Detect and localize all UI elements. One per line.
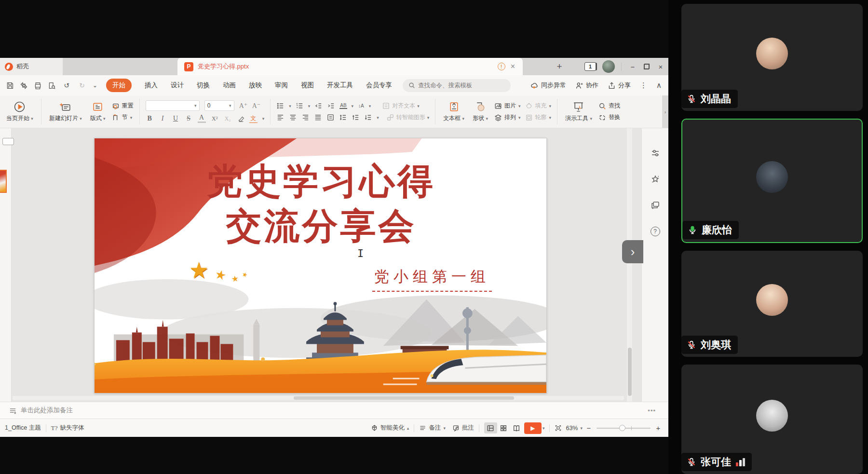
subscript-button[interactable]: X₂ <box>224 115 232 122</box>
menu-tab-insert[interactable]: 插入 <box>145 81 158 90</box>
minimize-button[interactable]: − <box>628 63 637 71</box>
justify-icon[interactable] <box>314 113 322 122</box>
close-button[interactable]: × <box>656 63 665 71</box>
view-sorter-button[interactable] <box>497 422 510 433</box>
clear-format-icon[interactable] <box>237 115 244 122</box>
participant-tile[interactable]: 刘奥琪 <box>681 251 863 357</box>
zoom-percent[interactable]: 63%▾ <box>566 425 583 432</box>
collaborate-button[interactable]: 协作 <box>575 81 598 90</box>
char-scale-button[interactable]: AB <box>339 103 347 109</box>
fit-slide-button[interactable] <box>555 424 562 432</box>
new-tab-button[interactable]: + <box>553 60 566 73</box>
bullet-list-icon[interactable] <box>276 102 285 110</box>
bold-button[interactable]: B <box>146 115 154 122</box>
customize-toolbar-icon[interactable]: ⌄ <box>93 82 97 89</box>
more-menu-icon[interactable]: ⋮ <box>640 81 647 90</box>
slideshow-play-dropdown[interactable]: ▾ <box>542 426 545 431</box>
slide-1[interactable]: 党史学习心得 交流分享会 ★ ★ ★ ★ I 党小组第一组 <box>94 138 547 393</box>
shapes-button[interactable]: 形状 ▾ <box>471 100 490 123</box>
zoom-slider-knob[interactable] <box>619 425 625 431</box>
slide-subtitle-text[interactable]: 党小组第一组 <box>372 267 492 292</box>
account-avatar[interactable] <box>602 60 615 73</box>
new-slide-button[interactable]: 新建幻灯片 ▾ <box>47 100 84 123</box>
play-from-current-button[interactable]: 当页开始 ▾ <box>4 100 35 123</box>
thumbnail-panel[interactable] <box>0 128 12 402</box>
share-button[interactable]: 分享 <box>608 81 631 90</box>
align-text-button[interactable]: 对齐文本▾ <box>382 102 420 110</box>
pane-expander-tab[interactable]: › <box>622 240 643 263</box>
smart-beautify-button[interactable]: 智能美化 ▴ <box>371 424 409 432</box>
notes-toggle-button[interactable]: 备注 ▾ <box>419 424 446 432</box>
line-spacing-icon[interactable] <box>339 113 347 122</box>
font-size-combo[interactable]: 0▾ <box>204 100 234 111</box>
reset-button[interactable]: 重置 <box>112 102 134 110</box>
restore-button[interactable] <box>644 64 650 69</box>
menu-tab-home[interactable]: 开始 <box>106 79 132 92</box>
menu-tab-review[interactable]: 审阅 <box>275 81 288 90</box>
horizontal-scrollbar-thumb[interactable] <box>294 396 514 400</box>
duplicate-pane-icon[interactable] <box>651 201 660 210</box>
vertical-scrollbar-thumb[interactable] <box>628 348 632 396</box>
section-button[interactable]: 节 ▾ <box>112 113 134 122</box>
superscript-button[interactable]: X² <box>211 115 219 122</box>
zoom-slider[interactable] <box>597 428 651 429</box>
text-box-button[interactable]: 文本框 ▾ <box>441 100 466 123</box>
notes-bar[interactable]: 单击此处添加备注 ••• <box>0 402 668 419</box>
zoom-in-button[interactable]: + <box>655 424 662 432</box>
window-list-button[interactable]: 1 <box>584 62 596 71</box>
outline-button[interactable]: 轮廓▾ <box>525 113 552 122</box>
smart-graphic-button[interactable]: 转智能图形▾ <box>386 113 430 122</box>
font-name-combo[interactable]: ▾ <box>146 100 200 111</box>
vertical-scrollbar[interactable] <box>627 128 632 402</box>
object-properties-icon[interactable] <box>651 149 660 158</box>
theme-indicator[interactable]: 1_Office 主题 <box>5 424 41 432</box>
view-normal-button[interactable] <box>484 422 497 433</box>
print-preview-icon[interactable] <box>48 81 56 90</box>
sync-status-button[interactable]: 同步异常 <box>530 81 566 90</box>
participant-tile[interactable]: 廉欣怡 <box>681 119 863 243</box>
italic-button[interactable]: I <box>159 115 167 122</box>
ribbon-overflow-arrow[interactable]: › <box>662 95 668 128</box>
tab-close-icon[interactable]: × <box>510 63 516 70</box>
increase-indent-icon[interactable] <box>327 102 335 110</box>
menu-tab-transitions[interactable]: 切换 <box>197 81 210 90</box>
smart-beautify-icon[interactable] <box>651 175 660 184</box>
increase-font-button[interactable]: A⁺ <box>239 102 247 110</box>
align-center-icon[interactable] <box>289 113 297 122</box>
redo-icon[interactable]: ↻ <box>77 81 87 89</box>
slide-1-thumbnail[interactable] <box>0 170 7 193</box>
strikethrough-button[interactable]: S <box>185 115 193 122</box>
view-read-button[interactable] <box>510 422 523 433</box>
arrange-button[interactable]: 排列▾ <box>494 113 521 122</box>
zoom-out-button[interactable]: − <box>585 424 592 432</box>
picture-button[interactable]: 图片▾ <box>494 102 521 110</box>
align-right-icon[interactable] <box>301 113 310 122</box>
menu-tab-slideshow[interactable]: 放映 <box>249 81 262 90</box>
phonetic-guide-button[interactable]: 文 <box>249 114 258 123</box>
collapse-ribbon-icon[interactable]: ∧ <box>656 81 662 90</box>
replace-button[interactable]: 替换 <box>598 113 620 122</box>
text-direction-button[interactable]: ↕A <box>358 103 365 108</box>
tab-docer-home[interactable]: 稻壳 <box>0 58 63 75</box>
tab-document[interactable]: P 党史学习心得.pptx ! × <box>177 58 523 75</box>
missing-font-indicator[interactable]: T? 缺失字体 <box>51 424 84 432</box>
participant-tile[interactable]: 刘晶晶 <box>681 4 863 111</box>
para-space-before-icon[interactable] <box>352 113 360 122</box>
layout-button[interactable]: 版式 ▾ <box>88 100 108 123</box>
slideshow-play-button[interactable]: ▶ <box>524 422 542 434</box>
font-color-button[interactable]: A <box>198 114 206 123</box>
menu-tab-design[interactable]: 设计 <box>171 81 184 90</box>
menu-tab-developer[interactable]: 开发工具 <box>327 81 353 90</box>
undo-icon[interactable]: ↺ <box>62 81 71 89</box>
find-button[interactable]: 查找 <box>598 102 620 110</box>
command-search-box[interactable]: 查找命令、搜索模板 <box>403 79 511 92</box>
export-icon[interactable] <box>20 81 28 90</box>
horizontal-scrollbar[interactable] <box>13 396 624 400</box>
participant-tile[interactable]: 张可佳 <box>681 365 863 474</box>
distribute-icon[interactable] <box>326 113 335 122</box>
decrease-font-button[interactable]: A⁻ <box>252 102 260 110</box>
menu-tab-membership[interactable]: 会员专享 <box>366 81 392 90</box>
print-icon[interactable] <box>34 81 42 90</box>
para-space-after-icon[interactable] <box>364 113 372 122</box>
present-tools-button[interactable]: 演示工具 ▾ <box>563 100 594 123</box>
